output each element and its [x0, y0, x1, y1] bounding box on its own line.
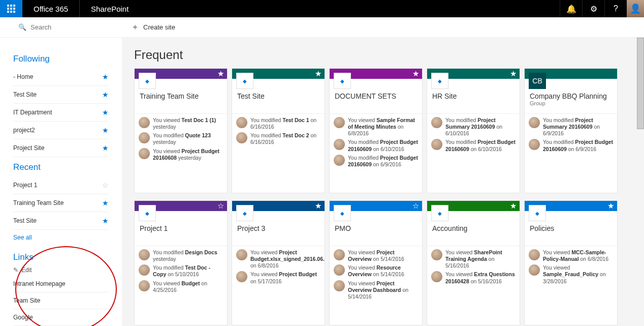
site-tile[interactable]: ★◆HR SiteYou modified Project Summary 20…: [427, 68, 520, 193]
sidebar-item-label: IT Department: [13, 109, 52, 116]
sidebar-item[interactable]: Project 1☆: [13, 176, 109, 194]
activity-item[interactable]: You viewed SharePoint Training Agenda on…: [431, 249, 516, 269]
follow-star-icon[interactable]: ★: [217, 69, 224, 78]
activity-text: You modified Design Docs yesterday: [153, 249, 223, 262]
sidebar-item[interactable]: project2★: [13, 122, 109, 139]
activity-avatar: [334, 117, 345, 128]
site-tile[interactable]: ★◆Training Team SiteYou viewed Test Doc …: [134, 68, 228, 193]
activity-item[interactable]: You modified Test Doc - Copy on 5/10/201…: [139, 264, 223, 278]
help-button[interactable]: ?: [604, 0, 627, 17]
star-icon[interactable]: ★: [102, 199, 109, 207]
user-avatar[interactable]: 👤: [627, 0, 644, 17]
sidebar-item-label: Test Site: [13, 91, 37, 98]
settings-button[interactable]: ⚙: [582, 0, 604, 17]
site-tile[interactable]: ☆◆Project 1You modified Design Docs yest…: [134, 200, 228, 325]
sidebar-item[interactable]: IT Department★: [13, 104, 109, 122]
link-item[interactable]: Intranet Homepage: [13, 276, 109, 292]
links-edit-button[interactable]: ✎ Edit: [13, 266, 109, 274]
site-tile[interactable]: ☆◆PMOYou viewed Project Overview on 5/14…: [329, 200, 423, 325]
site-tile[interactable]: ★◆Test SiteYou modified Test Doc 1 on 6/…: [232, 68, 325, 193]
activity-item[interactable]: You modified Design Docs yesterday: [139, 249, 223, 262]
activity-item[interactable]: You viewed Project Budget on 5/17/2016: [236, 271, 320, 284]
activity-item[interactable]: You viewed Project Budget 20160608 yeste…: [139, 148, 223, 161]
activity-item[interactable]: You modified Project Budget 20160609 on …: [431, 139, 516, 152]
activity-text: You modified Project Budget 20160609 on …: [348, 155, 418, 168]
activity-item[interactable]: You viewed Extra Questions 20160428 on 5…: [431, 271, 516, 284]
activity-item[interactable]: You modified Quote 123 yesterday: [139, 132, 223, 145]
activity-item[interactable]: You viewed Sample_Fraud_Policy on 3/28/2…: [529, 264, 613, 284]
star-icon[interactable]: ☆: [102, 181, 109, 189]
activity-item[interactable]: You modified Project Budget 20160609 on …: [334, 155, 418, 168]
star-icon[interactable]: ★: [102, 217, 109, 225]
activity-text: You modified Test Doc 1 on 6/16/2016: [250, 117, 320, 130]
tile-band: ☆◆: [330, 201, 422, 211]
activity-item[interactable]: You modified Test Doc 2 on 6/16/2016: [236, 132, 320, 145]
star-icon[interactable]: ★: [102, 73, 109, 81]
activity-text: You viewed Sample Format of Meeting Minu…: [348, 117, 418, 137]
see-all-link[interactable]: See all: [13, 230, 109, 241]
site-tile[interactable]: ★◆Project 3You viewed Project Budget.xls…: [232, 200, 325, 325]
link-item[interactable]: Team Site: [13, 292, 109, 309]
app-launcher-button[interactable]: [0, 0, 22, 17]
activity-item[interactable]: You viewed Test Doc 1 (1) yesterday: [139, 117, 223, 130]
activity-item[interactable]: You modified Project Budget 20160609 on …: [529, 139, 613, 152]
tile-title: Test Site: [237, 92, 319, 100]
search-box[interactable]: 🔍: [0, 23, 122, 31]
activity-avatar: [529, 139, 540, 150]
create-site-button[interactable]: ＋ Create site: [131, 22, 175, 33]
activity-text: You viewed Extra Questions 20160428 on 5…: [445, 271, 516, 284]
activity-item[interactable]: You viewed Resource Overview on 5/14/201…: [334, 264, 418, 278]
tile-title: Training Team Site: [140, 92, 222, 100]
activity-item[interactable]: You viewed Sample Format of Meeting Minu…: [334, 117, 418, 137]
star-icon[interactable]: ★: [102, 108, 109, 116]
search-input[interactable]: [30, 23, 102, 31]
activity-item[interactable]: You viewed Budget on 4/25/2016: [139, 280, 223, 293]
follow-star-icon[interactable]: ★: [510, 201, 517, 211]
activity-item[interactable]: You viewed Project Overview Dashboard on…: [334, 280, 418, 300]
follow-star-icon[interactable]: ★: [412, 69, 419, 78]
site-tile[interactable]: ★◆DOCUMENT SETSYou viewed Sample Format …: [329, 68, 423, 193]
site-logo: CB: [529, 73, 546, 89]
activity-item[interactable]: You modified Project Summary 20160609 on…: [529, 117, 613, 137]
star-icon[interactable]: ★: [102, 91, 109, 99]
follow-star-icon[interactable]: ★: [315, 69, 321, 78]
site-logo: ◆: [236, 73, 253, 89]
tile-title: Policies: [530, 224, 612, 232]
activity-item[interactable]: You viewed MCC-Sample-Policy-Manual on 6…: [529, 249, 613, 262]
app-name[interactable]: SharePoint: [79, 0, 140, 17]
star-icon[interactable]: ★: [102, 144, 109, 152]
follow-star-icon[interactable]: ☆: [217, 201, 224, 211]
activity-item[interactable]: You modified Project Budget 20160609 on …: [334, 139, 418, 152]
follow-star-icon[interactable]: ☆: [412, 201, 419, 211]
suite-brand[interactable]: Office 365: [22, 0, 79, 17]
sidebar-item[interactable]: Training Team Site★: [13, 194, 109, 212]
site-tile[interactable]: ★◆PoliciesYou viewed MCC-Sample-Policy-M…: [524, 200, 618, 325]
activity-item[interactable]: You modified Test Doc 1 on 6/16/2016: [236, 117, 320, 130]
link-item[interactable]: Google: [13, 309, 109, 326]
star-icon[interactable]: ★: [102, 126, 109, 134]
pencil-icon: ✎: [13, 266, 18, 274]
tile-activity-list: You modified Project Summary 20160609 on…: [427, 113, 520, 193]
scrollbar[interactable]: [637, 38, 644, 129]
section-title: Frequent: [134, 48, 632, 62]
activity-text: You modified Test Doc - Copy on 5/10/201…: [153, 264, 223, 278]
site-tile[interactable]: ★◆AccountingYou viewed SharePoint Traini…: [427, 200, 520, 325]
site-logo: ◆: [334, 73, 351, 89]
tile-activity-list: You modified Project Summary 20160609 on…: [525, 113, 617, 193]
sidebar-item[interactable]: Test Site★: [13, 212, 109, 230]
follow-star-icon[interactable]: ★: [510, 69, 517, 78]
activity-text: You viewed Budget on 4/25/2016: [153, 280, 223, 293]
sidebar-item[interactable]: Test Site★: [13, 86, 109, 104]
follow-star-icon[interactable]: ★: [315, 201, 321, 211]
sidebar-item[interactable]: Project Site★: [13, 139, 109, 157]
sidebar-item[interactable]: - Home★: [13, 68, 109, 86]
tile-band: CB: [525, 69, 617, 79]
follow-star-icon[interactable]: ★: [607, 201, 614, 211]
activity-item[interactable]: You viewed Project Overview on 5/14/2016: [334, 249, 418, 262]
activity-text: You viewed Resource Overview on 5/14/201…: [348, 264, 418, 278]
activity-item[interactable]: You viewed Project Budget.xlsx_signed_20…: [236, 249, 320, 269]
activity-text: You modified Test Doc 2 on 6/16/2016: [250, 132, 320, 145]
site-tile[interactable]: CBCompany BBQ PlanningGroupYou modified …: [524, 68, 618, 193]
activity-item[interactable]: You modified Project Summary 20160609 on…: [431, 117, 516, 137]
notifications-button[interactable]: 🔔: [560, 0, 582, 17]
